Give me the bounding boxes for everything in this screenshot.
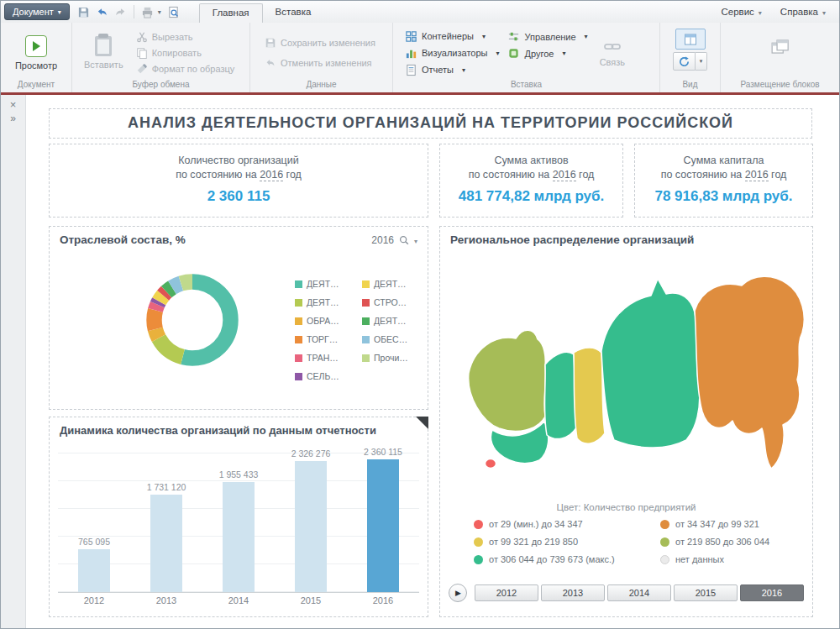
kpi-year-link[interactable]: 2016 bbox=[553, 169, 576, 181]
save-changes-button[interactable]: Сохранить изменения bbox=[262, 36, 378, 50]
map-year-button[interactable]: 2016 bbox=[740, 584, 804, 601]
industry-composition-block[interactable]: Отраслевой состав, % 2016 ДЕЯТ…ДЕЯТ…ОБРА… bbox=[49, 226, 428, 410]
map-caption: Цвет: Количество предприятий bbox=[440, 502, 812, 512]
map-legend-item[interactable]: от 99 321 до 219 850 bbox=[474, 537, 638, 547]
industry-year-value[interactable]: 2016 bbox=[371, 234, 394, 246]
industry-legend-item[interactable]: ДЕЯТ… bbox=[295, 279, 352, 289]
dynamics-chart-block[interactable]: Динамика количества организаций по данны… bbox=[49, 417, 428, 617]
kpi-block-capital[interactable]: Сумма капитала по состоянию на 2016 год … bbox=[634, 144, 813, 218]
management-label: Управление bbox=[524, 32, 575, 42]
print-icon[interactable] bbox=[139, 4, 164, 20]
map-legend-item[interactable]: от 306 044 до 739 673 (макс.) bbox=[474, 554, 638, 564]
bar[interactable] bbox=[150, 495, 182, 592]
industry-legend-item[interactable]: СЕЛЬ… bbox=[295, 371, 352, 381]
save-icon[interactable] bbox=[75, 4, 92, 20]
kpi-prefix: по состоянию на bbox=[176, 169, 257, 181]
map-legend-item[interactable]: от 219 850 до 306 044 bbox=[660, 537, 825, 547]
redo-icon[interactable] bbox=[112, 4, 129, 20]
regional-map-block[interactable]: Региональное распределение организаций Ц… bbox=[439, 226, 813, 617]
copy-button[interactable]: Копировать bbox=[134, 46, 238, 60]
undo-icon[interactable] bbox=[93, 4, 111, 20]
legend-swatch bbox=[362, 299, 370, 307]
map-year-button[interactable]: 2015 bbox=[674, 584, 738, 601]
tab-vstavka[interactable]: Вставка bbox=[263, 3, 324, 23]
refresh-button[interactable] bbox=[673, 52, 696, 71]
kpi-year-link[interactable]: 2016 bbox=[260, 169, 283, 181]
link-button[interactable]: Связь bbox=[593, 38, 632, 69]
refresh-dropdown-arrow[interactable]: ▾ bbox=[696, 52, 707, 71]
arrange-blocks-button[interactable] bbox=[762, 30, 799, 64]
industry-legend-item[interactable]: ТРАН… bbox=[295, 353, 352, 363]
map-year-buttons: 20122013201420152016 bbox=[475, 584, 804, 601]
industry-legend-item[interactable]: ОБЕС… bbox=[362, 334, 419, 344]
map-region[interactable] bbox=[544, 352, 577, 438]
map-year-button[interactable]: 2014 bbox=[607, 584, 671, 601]
map-timeline: 20122013201420152016 bbox=[449, 583, 804, 603]
reports-dropdown[interactable]: Отчеты bbox=[405, 64, 499, 76]
paste-button[interactable]: Вставить bbox=[77, 27, 130, 79]
bar[interactable] bbox=[295, 461, 327, 592]
kpi-block-assets[interactable]: Сумма активов по состоянию на 2016 год 4… bbox=[439, 144, 623, 218]
map-region[interactable] bbox=[574, 348, 605, 443]
containers-label: Контейнеры bbox=[422, 31, 474, 41]
bar-value-label: 1 731 120 bbox=[147, 482, 186, 492]
industry-legend-item[interactable]: ДЕЯТ… bbox=[362, 279, 419, 289]
format-painter-button[interactable]: Формат по образцу bbox=[134, 62, 238, 76]
industry-donut-svg[interactable] bbox=[138, 265, 247, 375]
bar[interactable] bbox=[223, 482, 255, 592]
undo-changes-button[interactable]: Отменить изменения bbox=[262, 56, 378, 70]
brush-icon bbox=[136, 63, 148, 75]
map-legend: от 29 (мин.) до 34 347от 99 321 до 219 8… bbox=[474, 519, 825, 564]
other-dropdown[interactable]: Другое bbox=[507, 47, 587, 60]
view-mode-toggle-button[interactable] bbox=[675, 29, 706, 50]
x-axis-label: 2016 bbox=[347, 595, 419, 605]
menu-servis-label: Сервис bbox=[721, 7, 753, 17]
bar-value-label: 765 095 bbox=[78, 537, 110, 547]
legend-swatch bbox=[295, 280, 302, 288]
expand-panel-icon[interactable]: » bbox=[1, 113, 25, 124]
map-year-button[interactable]: 2012 bbox=[475, 584, 538, 601]
cut-button[interactable]: Вырезать bbox=[134, 30, 238, 44]
map-year-button[interactable]: 2013 bbox=[541, 584, 605, 601]
magnifier-dropdown-arrow[interactable] bbox=[414, 234, 417, 246]
map-region[interactable] bbox=[601, 279, 700, 448]
title-bar: Документ Главная Вставка Сервис Справка bbox=[1, 1, 839, 23]
magnifier-icon[interactable] bbox=[398, 234, 410, 246]
visualizers-dropdown[interactable]: Визуализаторы bbox=[405, 47, 499, 60]
management-dropdown[interactable]: Управление bbox=[507, 30, 587, 43]
play-button[interactable] bbox=[449, 584, 467, 602]
industry-legend-item[interactable]: ТОРГ… bbox=[295, 334, 352, 344]
undo-changes-icon bbox=[265, 57, 276, 69]
map-region[interactable] bbox=[695, 276, 804, 469]
bar[interactable] bbox=[367, 459, 399, 592]
map-region[interactable] bbox=[486, 459, 496, 469]
map-legend-item[interactable]: от 29 (мин.) до 34 347 bbox=[474, 519, 638, 529]
industry-legend-item[interactable]: ОБРА… bbox=[295, 316, 352, 326]
bar[interactable] bbox=[78, 549, 110, 592]
print-preview-icon[interactable] bbox=[165, 4, 182, 20]
industry-legend-item[interactable]: Прочи… bbox=[362, 353, 419, 363]
application-window: Документ Главная Вставка Сервис Справка … bbox=[0, 0, 840, 629]
kpi-suffix: год bbox=[579, 169, 594, 181]
containers-dropdown[interactable]: Контейнеры bbox=[405, 30, 499, 43]
tab-glavnaya[interactable]: Главная bbox=[199, 3, 263, 23]
preview-button[interactable]: Просмотр bbox=[8, 27, 64, 79]
menu-spravka[interactable]: Справка bbox=[780, 7, 826, 17]
map-legend-col1: от 29 (мин.) до 34 347от 99 321 до 219 8… bbox=[474, 519, 638, 564]
legend-label: ТРАН… bbox=[307, 353, 339, 363]
close-icon[interactable]: × bbox=[1, 98, 25, 111]
document-menu-button[interactable]: Документ bbox=[4, 3, 70, 20]
menu-servis[interactable]: Сервис bbox=[721, 7, 761, 17]
industry-legend-item[interactable]: ДЕЯТ… bbox=[295, 297, 352, 307]
kpi-year-link[interactable]: 2016 bbox=[745, 169, 769, 181]
chain-link-icon bbox=[603, 39, 622, 54]
kpi-block-organizations[interactable]: Количество организаций по состоянию на 2… bbox=[49, 144, 428, 218]
map-legend-item[interactable]: от 34 347 до 99 321 bbox=[660, 519, 825, 529]
industry-legend-item[interactable]: ДЕЯТ… bbox=[362, 316, 419, 326]
copy-label: Копировать bbox=[152, 48, 202, 58]
map-legend-item[interactable]: нет данных bbox=[660, 554, 825, 564]
map-region[interactable] bbox=[469, 330, 546, 431]
dashboard-title-block[interactable]: АНАЛИЗ ДЕЯТЕЛЬНОСТИ ОРГАНИЗАЦИЙ НА ТЕРРИ… bbox=[49, 108, 812, 139]
x-axis-label: 2015 bbox=[275, 595, 347, 605]
industry-legend-item[interactable]: СТРО… bbox=[362, 297, 419, 307]
